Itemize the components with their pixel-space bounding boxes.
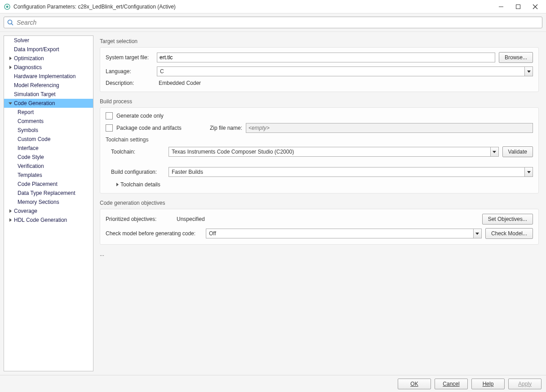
app-icon (4, 3, 11, 10)
build-config-value: Faster Builds (169, 169, 524, 175)
tree-item-data-import-export[interactable]: Data Import/Export (4, 45, 93, 54)
tree-item-model-referencing[interactable]: Model Referencing (4, 81, 93, 90)
prioritized-objectives-label: Prioritized objectives: (106, 216, 173, 222)
svg-rect-3 (516, 4, 520, 9)
prioritized-objectives-value: Unspecified (177, 216, 479, 222)
titlebar: Configuration Parameters: c28x_LedBlink_… (0, 0, 546, 13)
help-button[interactable]: Help (471, 379, 505, 389)
tree-item-code-style[interactable]: Code Style (4, 153, 93, 162)
target-selection-title: Target selection (100, 38, 539, 44)
svg-point-1 (6, 5, 9, 8)
search-input[interactable] (16, 18, 539, 26)
build-process-title: Build process (100, 98, 539, 105)
svg-line-7 (12, 24, 13, 26)
package-code-checkbox[interactable] (106, 124, 113, 132)
tree-item-label: Coverage (14, 208, 37, 214)
tree-item-label: Report (18, 109, 34, 115)
tree-item-label: Verification (18, 163, 44, 169)
check-model-button[interactable]: Check Model... (485, 228, 533, 239)
tree-item-label: Diagnostics (14, 64, 42, 70)
tree-item-optimization[interactable]: Optimization (4, 54, 93, 63)
zip-filename-label: Zip file name: (210, 125, 242, 131)
build-config-select[interactable]: Faster Builds (169, 167, 533, 177)
target-selection-group: System target file: Browse... Language: … (100, 47, 539, 92)
tree-item-label: Comments (18, 118, 44, 124)
tree-item-label: Code Placement (18, 181, 58, 187)
system-target-file-input[interactable] (157, 53, 495, 62)
tree-item-custom-code[interactable]: Custom Code (4, 135, 93, 144)
search-strip (0, 13, 546, 32)
tree-item-label: Symbols (18, 127, 38, 133)
tree-item-label: Data Import/Export (14, 46, 59, 53)
chevron-right-icon (116, 183, 119, 186)
tree-item-memory-sections[interactable]: Memory Sections (4, 198, 93, 207)
browse-button[interactable]: Browse... (499, 52, 533, 63)
language-select[interactable]: C (157, 66, 533, 76)
tree-item-code-placement[interactable]: Code Placement (4, 180, 93, 189)
maximize-button[interactable] (514, 2, 523, 11)
toolchain-details-toggle[interactable]: Toolchain details (111, 181, 533, 188)
description-label: Description: (106, 80, 153, 86)
zip-filename-input (246, 123, 533, 133)
objectives-group: Prioritized objectives: Unspecified Set … (100, 209, 539, 245)
tree-item-code-generation[interactable]: Code Generation (4, 99, 93, 108)
tree-item-label: Simulation Target (14, 91, 56, 97)
window-title: Configuration Parameters: c28x_LedBlink_… (13, 4, 497, 10)
search-icon (7, 19, 14, 26)
tree-item-interface[interactable]: Interface (4, 144, 93, 153)
more-indicator[interactable]: ... (100, 251, 539, 257)
chevron-right-icon (8, 218, 13, 222)
check-model-select[interactable]: Off (206, 229, 482, 238)
chevron-down-icon (473, 229, 481, 238)
nav-tree[interactable]: SolverData Import/ExportOptimizationDiag… (4, 35, 93, 371)
tree-item-label: Data Type Replacement (18, 190, 75, 196)
objectives-title: Code generation objectives (100, 200, 539, 206)
chevron-down-icon (524, 167, 533, 176)
language-value: C (157, 68, 524, 75)
ok-button[interactable]: OK (398, 379, 431, 389)
build-config-label: Build configuration: (111, 169, 165, 175)
tree-item-diagnostics[interactable]: Diagnostics (4, 63, 93, 72)
tree-item-label: HDL Code Generation (14, 217, 67, 223)
cancel-button[interactable]: Cancel (435, 379, 468, 389)
chevron-down-icon (524, 67, 533, 76)
tree-item-label: Hardware Implementation (14, 73, 75, 79)
minimize-button[interactable] (497, 2, 506, 11)
tree-item-report[interactable]: Report (4, 108, 93, 117)
tree-item-solver[interactable]: Solver (4, 36, 93, 45)
stf-label: System target file: (106, 54, 153, 61)
check-model-value: Off (206, 230, 473, 237)
tree-item-hdl-code-generation[interactable]: HDL Code Generation (4, 216, 93, 225)
chevron-down-icon (8, 102, 13, 105)
close-button[interactable] (531, 2, 540, 11)
tree-item-symbols[interactable]: Symbols (4, 126, 93, 135)
tree-item-label: Interface (18, 145, 39, 151)
tree-item-label: Model Referencing (14, 82, 59, 88)
tree-item-verification[interactable]: Verification (4, 162, 93, 171)
dialog-footer: OK Cancel Help Apply (0, 375, 546, 392)
tree-item-simulation-target[interactable]: Simulation Target (4, 90, 93, 99)
tree-item-label: Templates (18, 172, 42, 178)
toolchain-settings-title: Toolchain settings (106, 137, 533, 143)
apply-button[interactable]: Apply (508, 379, 542, 389)
tree-item-templates[interactable]: Templates (4, 171, 93, 180)
tree-item-label: Solver (14, 37, 29, 44)
set-objectives-button[interactable]: Set Objectives... (482, 214, 533, 225)
validate-button[interactable]: Validate (502, 146, 533, 157)
tree-item-label: Code Generation (14, 100, 55, 106)
search-field-wrap[interactable] (4, 17, 542, 28)
toolchain-select[interactable]: Texas Instruments Code Composer Studio (… (169, 147, 499, 157)
tree-item-coverage[interactable]: Coverage (4, 207, 93, 216)
build-process-group: Generate code only Package code and arti… (100, 107, 539, 194)
chevron-right-icon (8, 66, 13, 69)
toolchain-label: Toolchain: (111, 149, 165, 155)
tree-item-label: Custom Code (18, 136, 50, 142)
tree-item-comments[interactable]: Comments (4, 117, 93, 126)
tree-item-data-type-replacement[interactable]: Data Type Replacement (4, 189, 93, 198)
tree-item-label: Memory Sections (18, 199, 59, 205)
generate-code-only-checkbox[interactable] (106, 112, 113, 119)
description-value: Embedded Coder (157, 80, 201, 86)
tree-item-hardware-implementation[interactable]: Hardware Implementation (4, 72, 93, 81)
content-pane: Target selection System target file: Bro… (93, 32, 546, 375)
tree-item-label: Code Style (18, 154, 44, 160)
